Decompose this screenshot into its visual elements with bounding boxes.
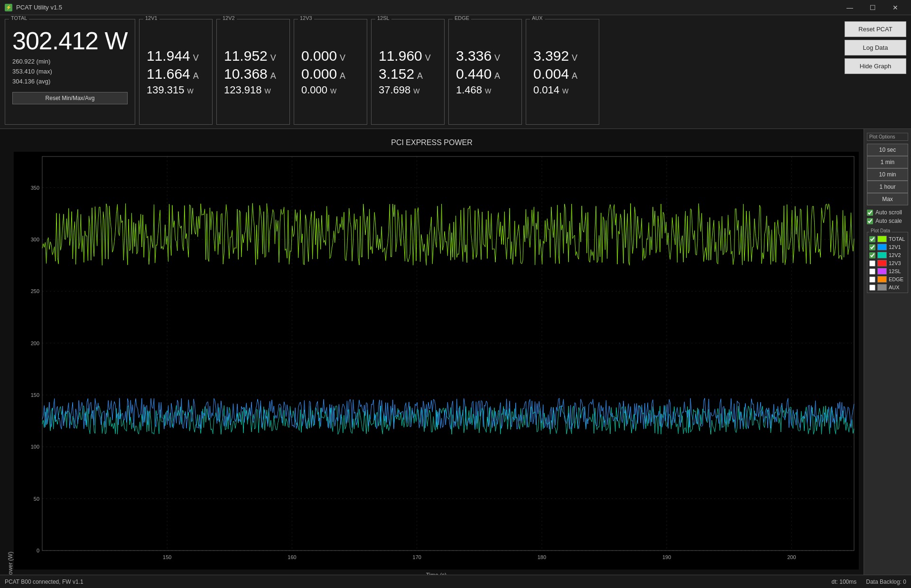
plot-data-label-12v2: 12V2	[889, 252, 906, 258]
rail-current-4: 0.440A	[456, 66, 514, 82]
graph-canvas	[14, 152, 859, 570]
rail-current-3: 3.152A	[379, 66, 437, 82]
auto-scroll-row: Auto scroll	[867, 209, 908, 216]
rail-current-0: 11.664A	[147, 66, 205, 82]
auto-scale-label: Auto scale	[875, 218, 902, 224]
data-row-12v2: 12V2	[869, 252, 906, 258]
color-swatch-edge	[877, 276, 887, 283]
plot-options-label: Plot Options	[867, 133, 908, 141]
plot-buttons-container: 10 sec1 min10 min1 hourMax	[867, 144, 908, 205]
auto-scale-checkbox[interactable]	[867, 218, 873, 224]
rail-voltage-2: 0.000V	[301, 48, 360, 64]
plot-data-label-aux: AUX	[889, 285, 906, 290]
plot-data-cb-12v2[interactable]	[869, 252, 875, 258]
titlebar-controls: — ☐ ✕	[839, 0, 906, 15]
total-avg: 304.136 (avg)	[12, 77, 128, 87]
x-axis-label: Time (s)	[14, 570, 859, 575]
data-row-total: TOTAL	[869, 236, 906, 242]
top-panel: TOTAL 302.412 W 260.922 (min) 353.410 (m…	[0, 15, 911, 129]
total-stats: 260.922 (min) 353.410 (max) 304.136 (avg…	[12, 57, 128, 86]
rail-power-0: 139.315W	[147, 84, 205, 96]
total-label: TOTAL	[9, 15, 29, 21]
graph-inner: Time (s)	[14, 152, 859, 575]
rail-voltage-3: 11.960V	[379, 48, 437, 64]
rail-label-3: 12SL	[375, 15, 391, 21]
plot-data-cb-12v1[interactable]	[869, 244, 875, 250]
y-axis-label: Power (W)	[5, 152, 14, 575]
plot-btn-1-min[interactable]: 1 min	[867, 156, 908, 168]
plot-btn-10-min[interactable]: 10 min	[867, 168, 908, 181]
color-swatch-aux	[877, 284, 887, 291]
graph-main: PCI EXPRESS POWER Power (W) Time (s)	[0, 129, 864, 575]
plot-data-cb-aux[interactable]	[869, 285, 875, 291]
rail-box-edge: EDGE 3.336V 0.440A 1.468W	[448, 19, 522, 125]
rail-box-aux: AUX 3.392V 0.004A 0.014W	[526, 19, 599, 125]
app-title: PCAT Utility v1.5	[16, 4, 62, 11]
data-row-12v3: 12V3	[869, 260, 906, 266]
hide-graph-button[interactable]: Hide Graph	[845, 58, 906, 74]
plot-btn-1-hour[interactable]: 1 hour	[867, 181, 908, 193]
data-row-aux: AUX	[869, 284, 906, 291]
rail-box-12v3: 12V3 0.000V 0.000A 0.000W	[294, 19, 367, 125]
log-data-button[interactable]: Log Data	[845, 40, 906, 55]
rail-label-4: EDGE	[453, 15, 471, 21]
plot-data-cb-12sl[interactable]	[869, 268, 875, 275]
color-swatch-12v3	[877, 260, 887, 266]
top-buttons: Reset PCAT Log Data Hide Graph	[845, 19, 906, 125]
rails-container: 12V1 11.944V 11.664A 139.315W 12V2 11.95…	[139, 19, 841, 125]
plot-data-label-12v3: 12V3	[889, 260, 906, 266]
plot-btn-10-sec[interactable]: 10 sec	[867, 144, 908, 156]
color-swatch-12v1	[877, 244, 887, 250]
total-min: 260.922 (min)	[12, 57, 128, 67]
rail-label-2: 12V3	[298, 15, 314, 21]
rail-power-2: 0.000W	[301, 84, 360, 96]
rail-power-5: 0.014W	[533, 84, 592, 96]
rail-power-4: 1.468W	[456, 84, 514, 96]
status-backlog: Data Backlog: 0	[866, 579, 906, 585]
total-watts: 302.412 W	[12, 27, 128, 55]
plot-data-cb-edge[interactable]	[869, 276, 875, 283]
minimize-button[interactable]: —	[839, 0, 861, 15]
close-button[interactable]: ✕	[884, 0, 906, 15]
plot-data-label-12sl: 12SL	[889, 268, 906, 274]
status-dt: dt: 100ms	[832, 579, 857, 585]
statusbar: PCAT B00 connected, FW v1.1 dt: 100ms Da…	[0, 575, 911, 588]
plot-data-label: Plot Data	[869, 228, 892, 233]
rail-label-5: AUX	[530, 15, 545, 21]
titlebar: ⚡ PCAT Utility v1.5 — ☐ ✕	[0, 0, 911, 15]
graph-title: PCI EXPRESS POWER	[5, 138, 859, 147]
rail-current-2: 0.000A	[301, 66, 360, 82]
plot-data-rows: TOTAL 12V1 12V2 12V3 12SL EDGE AUX	[869, 236, 906, 291]
auto-scroll-label: Auto scroll	[875, 209, 902, 216]
total-max: 353.410 (max)	[12, 67, 128, 77]
reset-minmaxavg-button[interactable]: Reset Min/Max/Avg	[12, 92, 128, 104]
right-panel: Plot Options 10 sec1 min10 min1 hourMax …	[864, 129, 911, 575]
auto-scroll-checkbox[interactable]	[867, 210, 873, 216]
statusbar-right: dt: 100ms Data Backlog: 0	[832, 579, 906, 585]
rail-box-12v2: 12V2 11.952V 10.368A 123.918W	[216, 19, 290, 125]
status-connection: PCAT B00 connected, FW v1.1	[5, 579, 84, 585]
rail-voltage-4: 3.336V	[456, 48, 514, 64]
total-box: TOTAL 302.412 W 260.922 (min) 353.410 (m…	[5, 19, 135, 125]
rail-label-1: 12V2	[221, 15, 237, 21]
color-swatch-12sl	[877, 268, 887, 275]
plot-data-section: Plot Data TOTAL 12V1 12V2 12V3 12SL EDGE	[867, 232, 908, 293]
plot-data-cb-total[interactable]	[869, 236, 875, 242]
data-row-12sl: 12SL	[869, 268, 906, 275]
titlebar-left: ⚡ PCAT Utility v1.5	[5, 4, 62, 11]
plot-data-label-total: TOTAL	[889, 236, 906, 242]
plot-btn-max[interactable]: Max	[867, 193, 908, 205]
main-content: TOTAL 302.412 W 260.922 (min) 353.410 (m…	[0, 15, 911, 588]
plot-data-label-12v1: 12V1	[889, 244, 906, 250]
plot-data-label-edge: EDGE	[889, 276, 906, 282]
color-swatch-total	[877, 236, 887, 242]
rail-power-3: 37.698W	[379, 84, 437, 96]
maximize-button[interactable]: ☐	[862, 0, 883, 15]
rail-voltage-1: 11.952V	[224, 48, 282, 64]
reset-pcat-button[interactable]: Reset PCAT	[845, 21, 906, 37]
auto-scale-row: Auto scale	[867, 218, 908, 224]
app-icon: ⚡	[5, 4, 12, 11]
rail-label-0: 12V1	[143, 15, 159, 21]
color-swatch-12v2	[877, 252, 887, 258]
plot-data-cb-12v3[interactable]	[869, 260, 875, 266]
